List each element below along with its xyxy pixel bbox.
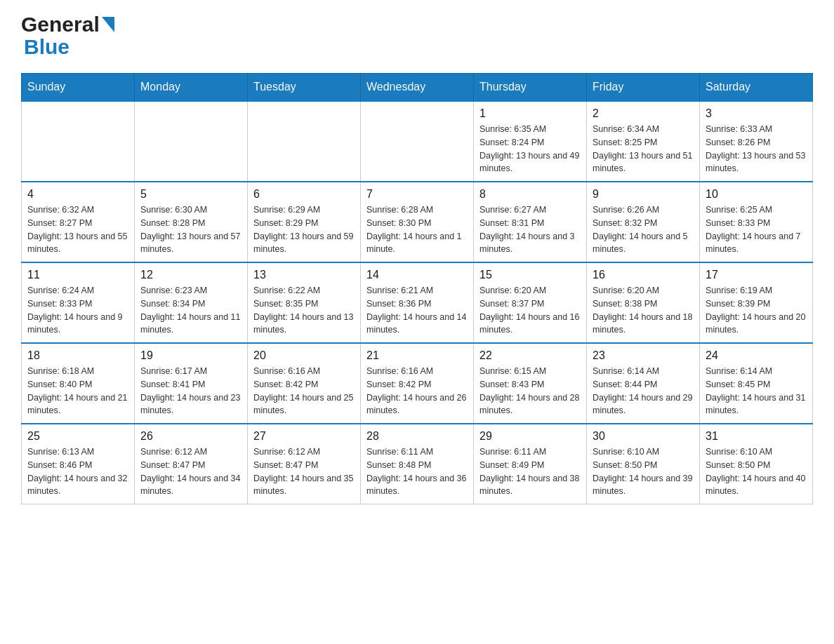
calendar-cell: 19Sunrise: 6:17 AM Sunset: 8:41 PM Dayli…: [135, 343, 248, 424]
day-info: Sunrise: 6:20 AM Sunset: 8:38 PM Dayligh…: [593, 284, 694, 337]
day-info: Sunrise: 6:28 AM Sunset: 8:30 PM Dayligh…: [366, 203, 468, 256]
day-info: Sunrise: 6:25 AM Sunset: 8:33 PM Dayligh…: [706, 203, 807, 256]
calendar-cell: 15Sunrise: 6:20 AM Sunset: 8:37 PM Dayli…: [474, 262, 587, 343]
logo-general-text: General: [21, 14, 100, 35]
calendar-header-thursday: Thursday: [474, 74, 587, 102]
day-number: 3: [706, 107, 807, 120]
day-info: Sunrise: 6:29 AM Sunset: 8:29 PM Dayligh…: [253, 203, 355, 256]
day-info: Sunrise: 6:20 AM Sunset: 8:37 PM Dayligh…: [479, 284, 581, 337]
day-info: Sunrise: 6:12 AM Sunset: 8:47 PM Dayligh…: [140, 445, 241, 498]
day-number: 20: [253, 349, 355, 362]
day-info: Sunrise: 6:14 AM Sunset: 8:45 PM Dayligh…: [706, 365, 807, 417]
day-info: Sunrise: 6:24 AM Sunset: 8:33 PM Dayligh…: [27, 284, 128, 337]
day-number: 14: [366, 269, 468, 281]
day-number: 29: [479, 430, 581, 443]
logo-blue-text: Blue: [24, 35, 70, 58]
calendar-week-4: 18Sunrise: 6:18 AM Sunset: 8:40 PM Dayli…: [22, 343, 813, 424]
day-info: Sunrise: 6:19 AM Sunset: 8:39 PM Dayligh…: [706, 284, 807, 337]
calendar-cell: 26Sunrise: 6:12 AM Sunset: 8:47 PM Dayli…: [135, 424, 248, 504]
calendar-week-5: 25Sunrise: 6:13 AM Sunset: 8:46 PM Dayli…: [22, 424, 813, 504]
logo-chevron-icon: [102, 17, 114, 34]
calendar-header-row: SundayMondayTuesdayWednesdayThursdayFrid…: [22, 74, 813, 102]
calendar-header-saturday: Saturday: [700, 74, 813, 102]
day-number: 23: [593, 349, 694, 362]
calendar-cell: 25Sunrise: 6:13 AM Sunset: 8:46 PM Dayli…: [22, 424, 135, 504]
calendar-header-tuesday: Tuesday: [248, 74, 361, 102]
calendar-cell: 3Sunrise: 6:33 AM Sunset: 8:26 PM Daylig…: [700, 101, 813, 182]
calendar-cell: [361, 101, 474, 182]
day-info: Sunrise: 6:21 AM Sunset: 8:36 PM Dayligh…: [366, 284, 468, 337]
calendar-cell: 13Sunrise: 6:22 AM Sunset: 8:35 PM Dayli…: [248, 262, 361, 343]
day-number: 30: [593, 430, 694, 443]
day-number: 31: [706, 430, 807, 443]
day-info: Sunrise: 6:11 AM Sunset: 8:49 PM Dayligh…: [479, 445, 581, 498]
calendar-cell: 18Sunrise: 6:18 AM Sunset: 8:40 PM Dayli…: [22, 343, 135, 424]
day-number: 11: [27, 269, 128, 281]
calendar-cell: 27Sunrise: 6:12 AM Sunset: 8:47 PM Dayli…: [248, 424, 361, 504]
day-number: 26: [140, 430, 241, 443]
day-number: 17: [706, 269, 807, 281]
svg-marker-0: [102, 17, 114, 32]
day-number: 25: [27, 430, 128, 443]
page-header: General Blue: [21, 14, 813, 59]
day-number: 9: [593, 188, 694, 201]
calendar-cell: 4Sunrise: 6:32 AM Sunset: 8:27 PM Daylig…: [22, 182, 135, 262]
day-number: 19: [140, 349, 241, 362]
calendar-cell: 28Sunrise: 6:11 AM Sunset: 8:48 PM Dayli…: [361, 424, 474, 504]
calendar-cell: 17Sunrise: 6:19 AM Sunset: 8:39 PM Dayli…: [700, 262, 813, 343]
day-info: Sunrise: 6:17 AM Sunset: 8:41 PM Dayligh…: [140, 365, 241, 417]
day-number: 28: [366, 430, 468, 443]
day-info: Sunrise: 6:26 AM Sunset: 8:32 PM Dayligh…: [593, 203, 694, 256]
day-info: Sunrise: 6:10 AM Sunset: 8:50 PM Dayligh…: [706, 445, 807, 498]
day-info: Sunrise: 6:27 AM Sunset: 8:31 PM Dayligh…: [479, 203, 581, 256]
calendar-cell: 9Sunrise: 6:26 AM Sunset: 8:32 PM Daylig…: [587, 182, 700, 262]
calendar-cell: 24Sunrise: 6:14 AM Sunset: 8:45 PM Dayli…: [700, 343, 813, 424]
day-number: 22: [479, 349, 581, 362]
calendar-cell: 16Sunrise: 6:20 AM Sunset: 8:38 PM Dayli…: [587, 262, 700, 343]
day-number: 18: [27, 349, 128, 362]
calendar-cell: 22Sunrise: 6:15 AM Sunset: 8:43 PM Dayli…: [474, 343, 587, 424]
day-info: Sunrise: 6:35 AM Sunset: 8:24 PM Dayligh…: [479, 123, 581, 175]
calendar-cell: 29Sunrise: 6:11 AM Sunset: 8:49 PM Dayli…: [474, 424, 587, 504]
day-number: 12: [140, 269, 241, 281]
calendar-cell: 8Sunrise: 6:27 AM Sunset: 8:31 PM Daylig…: [474, 182, 587, 262]
day-number: 2: [593, 107, 694, 120]
day-number: 16: [593, 269, 694, 281]
calendar-week-2: 4Sunrise: 6:32 AM Sunset: 8:27 PM Daylig…: [22, 182, 813, 262]
day-info: Sunrise: 6:11 AM Sunset: 8:48 PM Dayligh…: [366, 445, 468, 498]
day-number: 6: [253, 188, 355, 201]
calendar-table: SundayMondayTuesdayWednesdayThursdayFrid…: [21, 73, 813, 504]
calendar-cell: [135, 101, 248, 182]
calendar-cell: 2Sunrise: 6:34 AM Sunset: 8:25 PM Daylig…: [587, 101, 700, 182]
day-number: 13: [253, 269, 355, 281]
calendar-cell: 6Sunrise: 6:29 AM Sunset: 8:29 PM Daylig…: [248, 182, 361, 262]
calendar-header-friday: Friday: [587, 74, 700, 102]
day-number: 21: [366, 349, 468, 362]
calendar-cell: 7Sunrise: 6:28 AM Sunset: 8:30 PM Daylig…: [361, 182, 474, 262]
calendar-cell: 30Sunrise: 6:10 AM Sunset: 8:50 PM Dayli…: [587, 424, 700, 504]
day-info: Sunrise: 6:13 AM Sunset: 8:46 PM Dayligh…: [27, 445, 128, 498]
calendar-cell: 20Sunrise: 6:16 AM Sunset: 8:42 PM Dayli…: [248, 343, 361, 424]
day-number: 5: [140, 188, 241, 201]
day-number: 24: [706, 349, 807, 362]
day-info: Sunrise: 6:30 AM Sunset: 8:28 PM Dayligh…: [140, 203, 241, 256]
day-info: Sunrise: 6:15 AM Sunset: 8:43 PM Dayligh…: [479, 365, 581, 417]
calendar-header-monday: Monday: [135, 74, 248, 102]
day-number: 10: [706, 188, 807, 201]
day-number: 27: [253, 430, 355, 443]
day-info: Sunrise: 6:18 AM Sunset: 8:40 PM Dayligh…: [27, 365, 128, 417]
calendar-cell: [248, 101, 361, 182]
calendar-cell: 1Sunrise: 6:35 AM Sunset: 8:24 PM Daylig…: [474, 101, 587, 182]
logo: General Blue: [21, 14, 114, 59]
calendar-week-1: 1Sunrise: 6:35 AM Sunset: 8:24 PM Daylig…: [22, 101, 813, 182]
day-number: 7: [366, 188, 468, 201]
calendar-cell: 23Sunrise: 6:14 AM Sunset: 8:44 PM Dayli…: [587, 343, 700, 424]
calendar-cell: 12Sunrise: 6:23 AM Sunset: 8:34 PM Dayli…: [135, 262, 248, 343]
day-number: 1: [479, 107, 581, 120]
calendar-cell: 31Sunrise: 6:10 AM Sunset: 8:50 PM Dayli…: [700, 424, 813, 504]
day-number: 4: [27, 188, 128, 201]
calendar-header-sunday: Sunday: [22, 74, 135, 102]
calendar-header-wednesday: Wednesday: [361, 74, 474, 102]
day-info: Sunrise: 6:14 AM Sunset: 8:44 PM Dayligh…: [593, 365, 694, 417]
calendar-cell: [22, 101, 135, 182]
